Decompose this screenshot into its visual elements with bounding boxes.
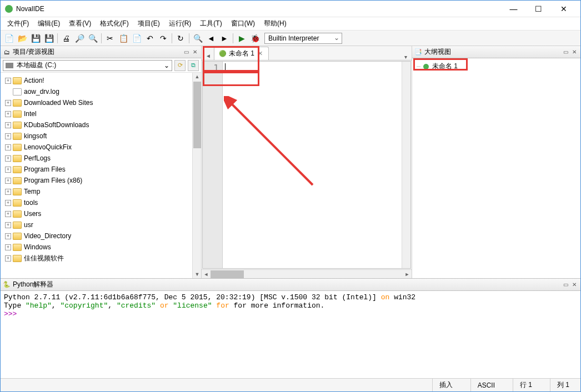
folder-icon — [13, 210, 22, 218]
menu-item[interactable]: 工具(T) — [196, 17, 226, 30]
tab-close-button[interactable]: ✕ — [257, 50, 264, 57]
tree-expander[interactable]: + — [5, 167, 11, 173]
menu-item[interactable]: 文件(F) — [3, 17, 33, 30]
tree-expander[interactable]: + — [5, 211, 11, 217]
zoom-button[interactable]: 🔍 — [192, 32, 204, 44]
menu-item[interactable]: 帮助(H) — [259, 17, 291, 30]
tree-item[interactable]: +LenovoQuickFix — [1, 142, 192, 153]
tree-item[interactable]: +Temp — [1, 186, 192, 197]
cut-button[interactable]: ✂ — [104, 32, 116, 44]
pane-minimize-button[interactable]: ▭ — [182, 48, 190, 56]
tree-expander[interactable]: + — [5, 244, 11, 250]
save-button[interactable]: 💾 — [29, 32, 42, 44]
minimize-button[interactable]: — — [501, 1, 526, 17]
tab-list-button[interactable]: ▾ — [402, 54, 409, 60]
outline-item-label: 未命名 1 — [432, 62, 458, 71]
tree-expander[interactable]: + — [5, 111, 11, 117]
outline-item[interactable]: ┈ 未命名 1 — [414, 61, 578, 72]
folder-icon — [13, 122, 22, 129]
editor-text-area[interactable] — [223, 62, 402, 268]
pane-minimize-button[interactable]: ▭ — [562, 281, 569, 289]
open-button[interactable]: 📂 — [16, 32, 28, 44]
status-col: 列 1 — [550, 379, 576, 391]
file-tree[interactable]: +Action!aow_drv.log+Downloaded Web Sites… — [1, 73, 192, 266]
tree-item[interactable]: +KDubaSoftDownloads — [1, 119, 192, 130]
tree-expander[interactable]: + — [5, 189, 11, 195]
tree-expander[interactable]: + — [5, 155, 11, 162]
tree-item[interactable]: +Video_Directory — [1, 230, 192, 242]
print-button[interactable]: 🖨 — [60, 32, 72, 44]
tree-item-label: Program Files — [24, 165, 66, 173]
drive-options-button[interactable]: ⧉ — [188, 60, 199, 71]
nav-back-button[interactable]: ◄ — [205, 32, 217, 44]
line-number: 1 — [203, 63, 222, 73]
tree-expander[interactable]: + — [5, 144, 11, 150]
tree-item-label: kingsoft — [24, 132, 47, 140]
pane-close-button[interactable]: ✕ — [570, 48, 578, 56]
debug-button[interactable]: 🐞 — [249, 32, 261, 44]
tree-expander[interactable]: + — [5, 255, 11, 262]
python-console[interactable]: Python 2.7.11 (v2.7.11:6d1b6a68f775, Dec… — [1, 291, 580, 378]
menu-item[interactable]: 运行(R) — [164, 17, 196, 30]
drive-select[interactable]: 本地磁盘 (C:) — [3, 60, 172, 71]
pane-close-button[interactable]: ✕ — [570, 281, 578, 289]
copy-button[interactable]: 📋 — [117, 32, 129, 44]
tree-item-label: Users — [24, 210, 41, 218]
menu-item[interactable]: 编辑(E) — [33, 17, 64, 30]
tree-expander[interactable]: + — [5, 78, 11, 84]
tree-item[interactable]: +kingsoft — [1, 130, 192, 142]
editor-tab[interactable]: 🟢 未命名 1 ✕ — [214, 47, 269, 60]
editor-hscrollbar[interactable]: ◄► — [202, 269, 412, 278]
find-button[interactable]: 🔎 — [73, 32, 86, 44]
tree-item[interactable]: aow_drv.log — [1, 86, 192, 97]
nav-fwd-button[interactable]: ► — [218, 32, 231, 44]
tree-item[interactable]: +Program Files — [1, 164, 192, 175]
tree-scrollbar[interactable]: ▲ ▼ — [192, 73, 201, 278]
tree-item[interactable]: +Program Files (x86) — [1, 175, 192, 186]
interpreter-select[interactable]: Builtin Interpreter — [264, 33, 342, 44]
tree-item-label: LenovoQuickFix — [24, 143, 72, 151]
code-editor[interactable]: 1 — [202, 61, 411, 269]
save-all-button[interactable]: 💾 — [43, 32, 55, 44]
menu-item[interactable]: 项目(E) — [133, 17, 164, 30]
menu-item[interactable]: 格式化(F) — [96, 17, 133, 30]
tab-nav-left[interactable]: ◄ — [204, 51, 213, 60]
close-button[interactable]: ✕ — [551, 1, 576, 17]
paste-button[interactable]: 📄 — [131, 32, 143, 44]
tree-item[interactable]: +佳佳视频软件 — [1, 253, 192, 264]
outline-pane-icon: 📑 — [414, 48, 422, 56]
tree-expander[interactable]: + — [5, 100, 11, 106]
editor-vscrollbar[interactable] — [402, 62, 410, 268]
tree-item[interactable]: +Windows — [1, 242, 192, 253]
menu-item[interactable]: 查看(V) — [64, 17, 96, 30]
run-button[interactable]: ▶ — [236, 32, 248, 44]
tree-item[interactable]: +Intel — [1, 108, 192, 119]
tree-item[interactable]: +Downloaded Web Sites — [1, 97, 192, 108]
tree-expander[interactable]: + — [5, 233, 11, 239]
pane-close-button[interactable]: ✕ — [191, 48, 199, 56]
tree-expander[interactable]: + — [5, 222, 11, 228]
tree-expander[interactable]: + — [5, 133, 11, 139]
undo-button[interactable]: ↶ — [144, 32, 156, 44]
refresh-drive-button[interactable]: ⟳ — [174, 60, 186, 71]
tree-expander — [5, 89, 11, 95]
folder-icon — [13, 255, 22, 262]
maximize-button[interactable]: ☐ — [526, 1, 551, 17]
tree-item[interactable]: +Users — [1, 208, 192, 219]
redo-button[interactable]: ↷ — [157, 32, 169, 44]
refresh-button[interactable]: ↻ — [174, 32, 187, 44]
tab-label: 未命名 1 — [229, 49, 254, 58]
tree-item[interactable]: +usr — [1, 219, 192, 230]
tree-item[interactable]: +tools — [1, 197, 192, 208]
pane-minimize-button[interactable]: ▭ — [562, 48, 569, 56]
menu-item[interactable]: 窗口(W) — [227, 17, 259, 30]
console-pane-title: Python解释器 — [13, 280, 560, 289]
folder-icon — [13, 77, 22, 84]
tree-expander[interactable]: + — [5, 200, 11, 206]
tree-expander[interactable]: + — [5, 178, 11, 184]
tree-expander[interactable]: + — [5, 122, 11, 128]
new-file-button[interactable]: 📄 — [3, 32, 15, 44]
tree-item[interactable]: +Action! — [1, 75, 192, 86]
replace-button[interactable]: 🔍 — [87, 32, 99, 44]
tree-item[interactable]: +PerfLogs — [1, 153, 192, 164]
